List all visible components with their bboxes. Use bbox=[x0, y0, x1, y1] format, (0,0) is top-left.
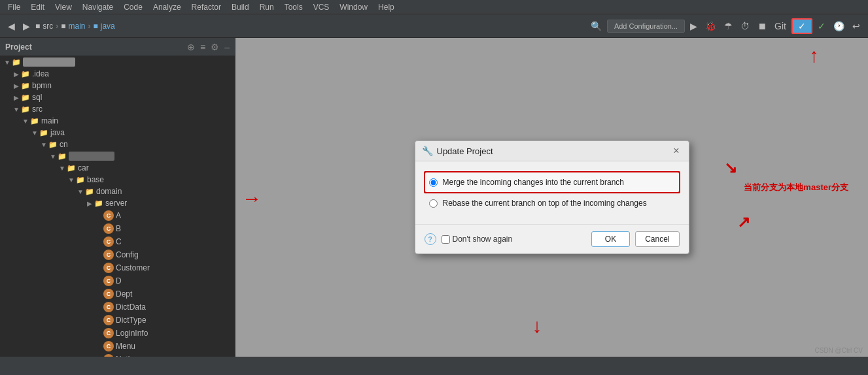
sidebar-gear-icon[interactable]: ⚙ bbox=[211, 42, 219, 52]
car-label: car bbox=[78, 163, 89, 172]
main-folder-icon: 📁 bbox=[30, 117, 39, 125]
sidebar-item-java[interactable]: ▼ 📁 java bbox=[0, 127, 235, 139]
menu-run[interactable]: Run bbox=[254, 1, 279, 13]
sidebar-settings-icon[interactable]: ⊕ bbox=[187, 42, 195, 52]
logininfo-label: LoginInfo bbox=[116, 329, 148, 338]
search-everywhere-icon[interactable]: 🔍 bbox=[588, 18, 604, 34]
git-commit-button[interactable]: ✓ bbox=[791, 18, 812, 34]
bpmn-folder-icon: 📁 bbox=[21, 82, 30, 90]
breadcrumb-main-label[interactable]: main bbox=[69, 22, 86, 31]
menu-code[interactable]: Code bbox=[118, 1, 148, 13]
menu-analyze[interactable]: Analyze bbox=[148, 1, 186, 13]
dictdata-label: DictData bbox=[116, 302, 146, 312]
customer-class-icon: C bbox=[103, 263, 114, 273]
ok-button[interactable]: OK bbox=[591, 231, 630, 247]
menu-tools[interactable]: Tools bbox=[279, 1, 308, 13]
sidebar-item-notice[interactable]: ▶ C Notice bbox=[0, 353, 235, 357]
rollback-icon[interactable]: ↩ bbox=[850, 18, 863, 34]
add-configuration-button[interactable]: Add Configuration... bbox=[607, 20, 685, 33]
back-icon[interactable]: ◀ bbox=[5, 18, 18, 34]
bpmn-arrow: ▶ bbox=[12, 82, 21, 90]
sidebar-close-icon[interactable]: – bbox=[224, 42, 230, 52]
forward-icon[interactable]: ▶ bbox=[20, 18, 33, 34]
D-class-icon: C bbox=[103, 276, 114, 286]
sidebar-item-src[interactable]: ▼ 📁 src bbox=[0, 103, 235, 115]
cn-folder-icon: 📁 bbox=[48, 140, 58, 149]
main-label: main bbox=[41, 116, 58, 125]
menu-window[interactable]: Window bbox=[334, 1, 373, 13]
sidebar-item-C[interactable]: ▶ C C bbox=[0, 235, 235, 248]
breadcrumb-src-label[interactable]: src bbox=[43, 22, 53, 31]
radio-rebase-input[interactable] bbox=[429, 199, 438, 208]
sidebar-collapse-icon[interactable]: ≡ bbox=[200, 42, 205, 52]
sidebar-item-D[interactable]: ▶ C D bbox=[0, 274, 235, 287]
notice-label: Notice bbox=[116, 355, 138, 357]
sidebar-item-dicttype[interactable]: ▶ C DictType bbox=[0, 314, 235, 327]
stop-icon[interactable]: ⏹ bbox=[755, 18, 769, 34]
sidebar-item-base[interactable]: ▼ 📁 base bbox=[0, 174, 235, 186]
src-label: src bbox=[32, 105, 43, 114]
logininfo-class-icon: C bbox=[103, 328, 114, 338]
toolbar: ◀ ▶ ■ src › ■ main › ■ java 🔍 Add Config… bbox=[0, 14, 868, 38]
sidebar-item-cn[interactable]: ▼ 📁 cn bbox=[0, 139, 235, 150]
menu-file[interactable]: File bbox=[3, 1, 26, 13]
breadcrumb-java-label[interactable]: java bbox=[101, 22, 115, 31]
sidebar-item-idea[interactable]: ▶ 📁 .idea bbox=[0, 68, 235, 80]
menu-vcs[interactable]: VCS bbox=[308, 1, 335, 13]
radio-merge-input[interactable] bbox=[429, 178, 438, 187]
C-class-icon: C bbox=[103, 236, 114, 247]
sql-arrow: ▶ bbox=[12, 94, 21, 101]
main-layout: Project ⊕ ≡ ⚙ – ▼ 📁 ▶ 📁 .idea ▶ 📁 bpmn ▶… bbox=[0, 38, 868, 357]
dont-show-checkbox[interactable] bbox=[442, 235, 450, 244]
sidebar-item-B[interactable]: ▶ C B bbox=[0, 222, 235, 235]
sidebar-item-menu[interactable]: ▶ C Menu bbox=[0, 340, 235, 353]
idea-label: .idea bbox=[32, 69, 49, 78]
sidebar-item-logininfo[interactable]: ▶ C LoginInfo bbox=[0, 327, 235, 340]
profile-icon[interactable]: ⏱ bbox=[738, 18, 752, 34]
sidebar-item-domain[interactable]: ▼ 📁 domain bbox=[0, 186, 235, 197]
base-label: base bbox=[87, 175, 104, 184]
git-label: Git bbox=[772, 18, 789, 34]
radio-option-merge[interactable]: Merge the incoming changes into the curr… bbox=[425, 172, 680, 193]
sidebar-item-config[interactable]: ▶ C Config bbox=[0, 248, 235, 261]
help-icon[interactable]: ? bbox=[425, 233, 436, 245]
breadcrumb-src[interactable]: ■ bbox=[35, 22, 40, 31]
base-arrow: ▼ bbox=[67, 176, 76, 184]
sidebar-item-dictdata[interactable]: ▶ C DictData bbox=[0, 301, 235, 314]
sidebar-item-blurred[interactable]: ▼ 📁 bbox=[0, 150, 235, 162]
menu-help[interactable]: Help bbox=[373, 1, 400, 13]
coverage-icon[interactable]: ☂ bbox=[721, 18, 735, 34]
sidebar-item-dept[interactable]: ▶ C Dept bbox=[0, 287, 235, 301]
history-icon[interactable]: 🕐 bbox=[831, 18, 847, 34]
config-class-icon: C bbox=[103, 250, 114, 260]
sidebar-item-car[interactable]: ▼ 📁 car bbox=[0, 162, 235, 174]
menu-bar: File Edit View Navigate Code Analyze Ref… bbox=[0, 0, 868, 14]
tree-root-folder-icon: 📁 bbox=[12, 58, 21, 67]
sql-folder-icon: 📁 bbox=[21, 93, 30, 102]
menu-edit[interactable]: Edit bbox=[26, 1, 50, 13]
sidebar-item-customer[interactable]: ▶ C Customer bbox=[0, 261, 235, 274]
dialog-footer: ? Don't show again OK Cancel bbox=[415, 224, 689, 253]
debug-icon[interactable]: 🐞 bbox=[703, 18, 719, 34]
menu-refactor[interactable]: Refactor bbox=[186, 1, 226, 13]
tree-root[interactable]: ▼ 📁 bbox=[0, 56, 235, 68]
git-check-icon[interactable]: ✓ bbox=[815, 18, 828, 34]
dialog-intellij-icon: 🔧 bbox=[422, 146, 433, 156]
sidebar-item-server[interactable]: ▶ 📁 server bbox=[0, 197, 235, 209]
domain-label: domain bbox=[96, 187, 122, 196]
radio-option-rebase[interactable]: Rebase the current branch on top of the … bbox=[425, 193, 680, 214]
sidebar-item-main[interactable]: ▼ 📁 main bbox=[0, 115, 235, 127]
sidebar-item-sql[interactable]: ▶ 📁 sql bbox=[0, 91, 235, 103]
sidebar-item-A[interactable]: ▶ C A bbox=[0, 209, 235, 222]
menu-navigate[interactable]: Navigate bbox=[77, 1, 118, 13]
dept-label: Dept bbox=[116, 289, 132, 299]
dialog-close-button[interactable]: × bbox=[670, 145, 682, 157]
run-icon[interactable]: ▶ bbox=[687, 18, 700, 34]
menu-build[interactable]: Build bbox=[226, 1, 254, 13]
sidebar-header: Project ⊕ ≡ ⚙ – bbox=[0, 38, 235, 56]
sidebar-item-bpmn[interactable]: ▶ 📁 bpmn bbox=[0, 80, 235, 91]
dictdata-class-icon: C bbox=[103, 302, 114, 312]
java-label: java bbox=[50, 128, 65, 137]
cancel-button[interactable]: Cancel bbox=[635, 231, 679, 247]
menu-view[interactable]: View bbox=[50, 1, 77, 13]
